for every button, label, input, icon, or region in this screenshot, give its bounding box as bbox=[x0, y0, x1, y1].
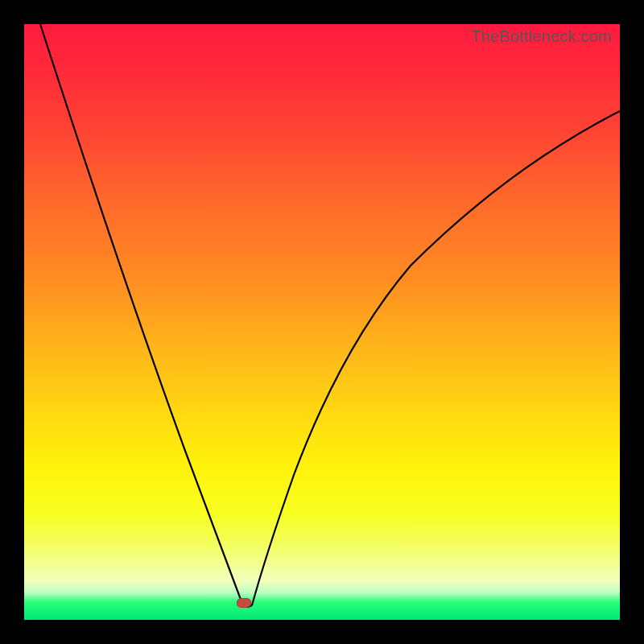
bottleneck-curve bbox=[24, 24, 620, 620]
optimal-point-marker bbox=[237, 598, 251, 608]
curve-left-branch bbox=[40, 24, 244, 605]
chart-frame: TheBottleneck.com bbox=[0, 0, 644, 644]
curve-right-branch bbox=[252, 111, 620, 605]
plot-area: TheBottleneck.com bbox=[24, 24, 620, 620]
